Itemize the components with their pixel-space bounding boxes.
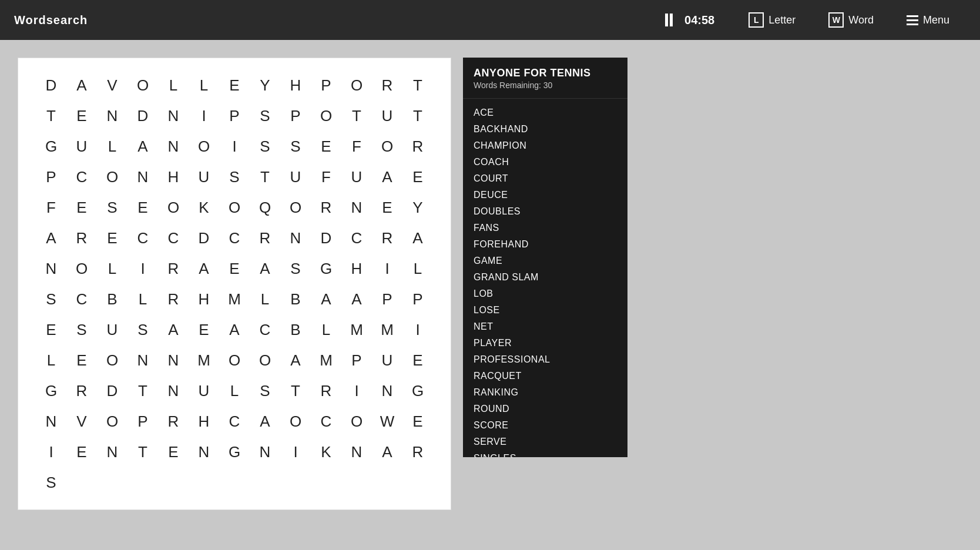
grid-cell[interactable]: U (372, 100, 402, 131)
grid-cell[interactable]: F (311, 162, 341, 192)
grid-cell[interactable]: T (402, 70, 433, 100)
grid-cell[interactable]: L (250, 284, 280, 314)
grid-cell[interactable]: R (158, 284, 189, 314)
grid-cell[interactable]: A (372, 162, 402, 192)
grid-cell[interactable]: O (341, 406, 372, 437)
grid-cell[interactable]: P (127, 406, 158, 437)
grid-cell[interactable]: E (66, 345, 97, 375)
grid-cell[interactable]: O (66, 253, 97, 284)
grid-cell[interactable]: C (250, 314, 280, 345)
grid-cell[interactable]: O (372, 131, 402, 162)
grid-cell[interactable]: A (402, 223, 433, 253)
grid-cell[interactable]: C (219, 406, 250, 437)
grid-cell[interactable]: R (372, 70, 402, 100)
grid-cell[interactable]: O (219, 192, 250, 223)
letter-button[interactable]: L Letter (732, 0, 812, 40)
grid-cell[interactable]: A (219, 314, 250, 345)
grid-cell[interactable]: B (280, 284, 311, 314)
grid-cell[interactable]: A (66, 70, 97, 100)
grid-cell[interactable]: T (341, 100, 372, 131)
grid-cell[interactable]: A (189, 253, 219, 284)
grid-cell[interactable]: O (158, 192, 189, 223)
grid-cell[interactable]: A (311, 284, 341, 314)
grid-cell[interactable]: O (280, 406, 311, 437)
grid-cell[interactable]: P (341, 345, 372, 375)
grid-cell[interactable]: U (280, 162, 311, 192)
grid-cell[interactable]: U (372, 345, 402, 375)
grid-cell[interactable]: R (372, 223, 402, 253)
grid-cell[interactable]: S (250, 100, 280, 131)
grid-cell[interactable]: G (219, 437, 250, 467)
grid-cell[interactable]: I (127, 253, 158, 284)
grid-cell[interactable]: B (280, 314, 311, 345)
grid-cell[interactable]: I (402, 314, 433, 345)
grid-cell[interactable]: E (66, 100, 97, 131)
grid-cell[interactable]: A (341, 284, 372, 314)
grid-cell[interactable]: N (97, 100, 127, 131)
grid-cell[interactable]: O (341, 70, 372, 100)
grid-cell[interactable]: N (250, 437, 280, 467)
grid-cell[interactable]: E (402, 345, 433, 375)
grid-cell[interactable]: Y (402, 192, 433, 223)
grid-cell[interactable]: K (189, 192, 219, 223)
grid-cell[interactable]: U (341, 162, 372, 192)
grid-cell[interactable]: L (36, 345, 66, 375)
grid-cell[interactable]: G (36, 375, 66, 406)
grid-cell[interactable]: M (341, 314, 372, 345)
grid-cell[interactable]: A (250, 253, 280, 284)
grid-cell[interactable]: Q (250, 192, 280, 223)
grid-cell[interactable]: R (311, 192, 341, 223)
grid-cell[interactable]: I (219, 131, 250, 162)
grid-cell[interactable]: M (372, 314, 402, 345)
grid-cell[interactable]: E (311, 131, 341, 162)
grid-cell[interactable]: I (189, 100, 219, 131)
grid-cell[interactable]: N (158, 345, 189, 375)
grid-cell[interactable]: L (97, 253, 127, 284)
grid-cell[interactable]: N (127, 345, 158, 375)
grid-cell[interactable]: S (250, 131, 280, 162)
grid-cell[interactable]: P (402, 284, 433, 314)
grid-cell[interactable]: S (36, 284, 66, 314)
grid-cell[interactable]: T (36, 100, 66, 131)
grid-cell[interactable]: T (402, 100, 433, 131)
grid-cell[interactable]: O (97, 345, 127, 375)
grid-cell[interactable]: N (97, 437, 127, 467)
grid-cell[interactable]: S (97, 192, 127, 223)
grid-cell[interactable]: P (219, 100, 250, 131)
grid-cell[interactable]: O (311, 100, 341, 131)
grid-cell[interactable]: R (66, 223, 97, 253)
grid-cell[interactable]: A (250, 406, 280, 437)
grid-cell[interactable]: D (127, 100, 158, 131)
grid-cell[interactable]: L (219, 375, 250, 406)
grid-cell[interactable]: L (158, 70, 189, 100)
pause-button[interactable]: 04:58 (653, 0, 732, 40)
grid-cell[interactable]: E (402, 162, 433, 192)
grid-cell[interactable]: R (250, 223, 280, 253)
grid-cell[interactable]: R (402, 131, 433, 162)
grid-cell[interactable]: A (158, 314, 189, 345)
grid-cell[interactable]: H (341, 253, 372, 284)
grid-cell[interactable]: E (402, 406, 433, 437)
grid-cell[interactable]: H (189, 284, 219, 314)
wordsearch-grid[interactable]: DAVOLLEYHPORTTENDNIPSPOTUTGULANOISSEFORP… (36, 70, 433, 498)
grid-cell[interactable]: S (127, 314, 158, 345)
grid-cell[interactable]: N (36, 406, 66, 437)
grid-cell[interactable]: C (66, 162, 97, 192)
grid-cell[interactable]: N (341, 192, 372, 223)
grid-cell[interactable]: V (66, 406, 97, 437)
grid-cell[interactable]: E (127, 192, 158, 223)
grid-cell[interactable]: R (158, 253, 189, 284)
grid-cell[interactable]: E (219, 70, 250, 100)
grid-cell[interactable]: P (372, 284, 402, 314)
grid-cell[interactable]: G (311, 253, 341, 284)
grid-cell[interactable]: N (158, 100, 189, 131)
grid-cell[interactable]: L (127, 284, 158, 314)
grid-cell[interactable]: L (311, 314, 341, 345)
grid-cell[interactable]: O (219, 345, 250, 375)
grid-cell[interactable]: A (36, 223, 66, 253)
grid-cell[interactable]: I (36, 437, 66, 467)
grid-cell[interactable]: M (189, 345, 219, 375)
menu-button[interactable]: Menu (890, 0, 966, 40)
grid-cell[interactable]: H (280, 70, 311, 100)
grid-cell[interactable]: N (280, 223, 311, 253)
